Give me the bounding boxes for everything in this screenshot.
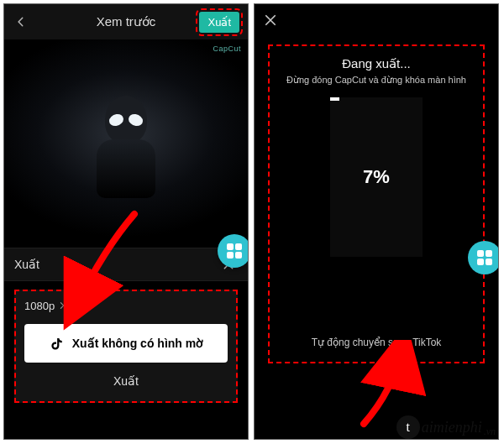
export-plain-button[interactable]: Xuất — [24, 374, 228, 388]
watermark-name: aimienphi — [422, 419, 482, 436]
exporting-title: Đang xuất... — [342, 56, 411, 71]
phone-preview-screen: Xem trước Xuất CapCut Xuất 1080p — [3, 3, 249, 440]
preview-topbar: Xem trước Xuất — [4, 4, 248, 39]
exporting-subtitle: Đừng đóng CapCut và đừng khóa màn hình — [286, 75, 466, 86]
resolution-row[interactable]: 1080p — [24, 300, 228, 312]
close-icon — [263, 13, 278, 28]
floating-menu-button[interactable] — [218, 234, 249, 268]
auto-share-label: Tự động chuyển sang TikTok — [312, 337, 442, 348]
floating-menu-button[interactable] — [468, 241, 499, 274]
watermark-badge: t — [396, 415, 420, 439]
chevron-right-icon — [58, 300, 66, 312]
chevron-left-icon — [15, 16, 27, 28]
preview-thumbnail-figure — [88, 89, 164, 198]
export-progress-thumbnail: 7% — [330, 97, 423, 257]
export-percent: 7% — [363, 166, 390, 188]
export-no-watermark-button[interactable]: Xuất không có hình mờ — [24, 324, 228, 363]
close-progress-button[interactable] — [263, 11, 278, 33]
phone-export-progress-screen: Đang xuất... Đừng đóng CapCut và đừng kh… — [254, 3, 499, 440]
export-progress-panel: Đang xuất... Đừng đóng CapCut và đừng kh… — [268, 44, 485, 363]
watermark-suffix: .vn — [484, 426, 496, 438]
export-no-watermark-label: Xuất không có hình mờ — [72, 337, 203, 350]
export-row: Xuất — [4, 248, 248, 281]
export-button-top[interactable]: Xuất — [199, 12, 239, 33]
tiktok-icon — [49, 336, 64, 351]
grid-icon — [227, 243, 242, 259]
back-button[interactable] — [13, 13, 29, 30]
export-row-label: Xuất — [14, 258, 39, 271]
grid-icon — [477, 250, 492, 265]
capcut-watermark-label: CapCut — [213, 44, 241, 53]
resolution-value: 1080p — [24, 300, 55, 312]
export-options-panel: 1080p Xuất không có hình mờ Xuất — [14, 290, 238, 403]
progress-topbar — [255, 4, 498, 39]
site-watermark: t aimienphi .vn — [396, 415, 496, 439]
video-preview[interactable]: CapCut — [4, 39, 248, 248]
